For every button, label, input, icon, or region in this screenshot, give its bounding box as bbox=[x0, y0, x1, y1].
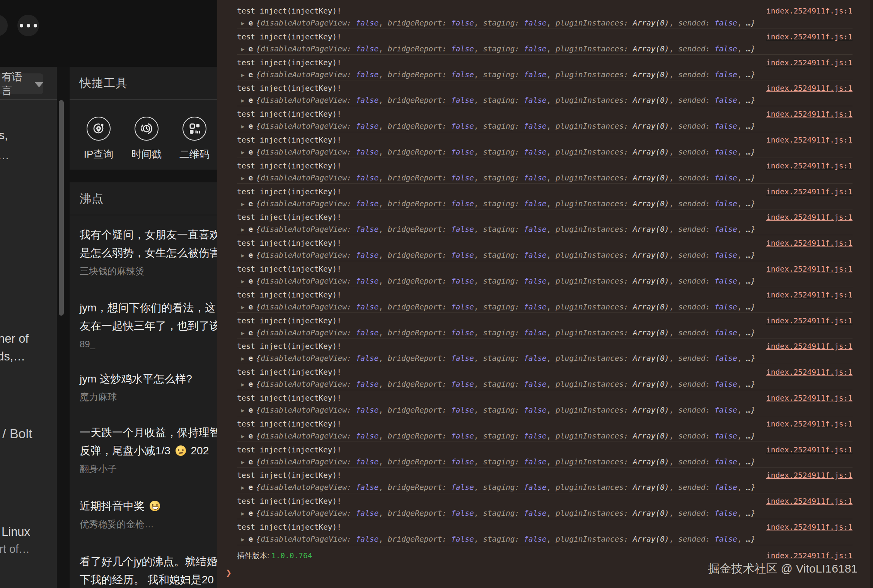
token-sep: , bbox=[379, 122, 387, 131]
source-link[interactable]: index.2524911f.js:1 bbox=[766, 418, 853, 430]
tool-ip-lookup[interactable]: IP查询 bbox=[75, 117, 123, 161]
source-link[interactable]: index.2524911f.js:1 bbox=[766, 57, 853, 69]
expand-triangle-icon[interactable]: ▶ bbox=[241, 379, 244, 391]
source-link[interactable]: index.2524911f.js:1 bbox=[766, 392, 853, 404]
source-link[interactable]: index.2524911f.js:1 bbox=[766, 211, 853, 223]
token-bool: false bbox=[524, 406, 547, 415]
expand-triangle-icon[interactable]: ▶ bbox=[241, 327, 244, 339]
article-title-fragment[interactable]: … bbox=[0, 149, 9, 162]
pin-post-title-line: 是怎么弱势，女生怎么被伤害 bbox=[80, 244, 217, 262]
pin-post-author[interactable]: 89_ bbox=[80, 335, 217, 353]
object-name: e bbox=[248, 199, 253, 208]
source-link[interactable]: index.2524911f.js:1 bbox=[766, 521, 853, 533]
pin-post[interactable]: jym，想问下你们的看法，这友在一起快三年了，也到了该89_ bbox=[80, 299, 217, 353]
token-val: Array(0) bbox=[633, 199, 669, 208]
source-link[interactable]: index.2524911f.js:1 bbox=[766, 237, 853, 249]
more-button[interactable] bbox=[17, 15, 39, 36]
expand-triangle-icon[interactable]: ▶ bbox=[241, 404, 244, 416]
object-name: e bbox=[248, 406, 253, 415]
expand-triangle-icon[interactable]: ▶ bbox=[241, 456, 244, 468]
token-brace: { bbox=[256, 354, 261, 363]
source-link[interactable]: index.2524911f.js:1 bbox=[766, 340, 853, 352]
expand-triangle-icon[interactable]: ▶ bbox=[241, 17, 244, 29]
tool-timestamp[interactable]: 时间戳 bbox=[123, 117, 171, 161]
token-sep: , bbox=[547, 354, 556, 363]
pin-post-author[interactable]: 魔力麻球 bbox=[80, 388, 217, 406]
source-link[interactable]: index.2524911f.js:1 bbox=[766, 108, 853, 120]
token-sep: , bbox=[669, 535, 678, 544]
pin-post[interactable]: 近期抖音中奖 优秀稳妥的金枪… bbox=[80, 497, 217, 533]
article-title-fragment[interactable]: s, bbox=[0, 129, 8, 142]
location-pin-icon bbox=[87, 117, 111, 141]
pin-post-author[interactable]: 三块钱的麻辣烫 bbox=[80, 262, 217, 280]
token-sep: , bbox=[737, 199, 746, 208]
object-preview: {disableAutoPageView: false, bridgeRepor… bbox=[256, 225, 755, 234]
source-link[interactable]: index.2524911f.js:1 bbox=[766, 82, 853, 94]
pin-post[interactable]: jym 这炒鸡水平怎么样?魔力麻球 bbox=[80, 370, 217, 406]
token-sep: , bbox=[379, 277, 387, 286]
expand-triangle-icon[interactable]: ▶ bbox=[241, 198, 244, 210]
token-bool: false bbox=[524, 277, 547, 286]
source-link[interactable]: index.2524911f.js:1 bbox=[766, 444, 853, 456]
object-name: e bbox=[248, 457, 253, 466]
expand-triangle-icon[interactable]: ▶ bbox=[241, 224, 244, 236]
pin-post[interactable]: 看了好几个jy的沸点。就结婚下我的经历。 我和媳妇是20 bbox=[80, 552, 217, 588]
expand-triangle-icon[interactable]: ▶ bbox=[241, 482, 244, 494]
source-link[interactable]: index.2524911f.js:1 bbox=[766, 263, 853, 275]
pin-post-author[interactable]: 翻身小子 bbox=[80, 460, 217, 478]
console-prompt-chevron[interactable]: ❯ bbox=[226, 567, 232, 578]
expand-triangle-icon[interactable]: ▶ bbox=[241, 172, 244, 184]
source-link[interactable]: index.2524911f.js:1 bbox=[766, 134, 853, 146]
expand-triangle-icon[interactable]: ▶ bbox=[241, 353, 244, 365]
token-bool: false bbox=[524, 96, 547, 105]
pin-post[interactable]: 我有个疑问，女朋友一直喜欢是怎么弱势，女生怎么被伤害三块钱的麻辣烫 bbox=[80, 226, 217, 280]
tool-label: 二维码 bbox=[179, 148, 210, 161]
source-link[interactable]: index.2524911f.js:1 bbox=[766, 469, 853, 481]
object-preview: {disableAutoPageView: false, bridgeRepor… bbox=[256, 173, 755, 182]
token-sep: , bbox=[379, 96, 387, 105]
header-circle-button[interactable] bbox=[0, 15, 8, 36]
source-link[interactable]: index.2524911f.js:1 bbox=[766, 550, 853, 562]
token-bool: false bbox=[356, 457, 379, 466]
article-title-fragment[interactable]: / Bolt bbox=[2, 426, 32, 441]
expand-triangle-icon[interactable]: ▶ bbox=[241, 95, 244, 107]
page-header bbox=[0, 0, 217, 67]
token-bool: false bbox=[524, 509, 547, 518]
source-link[interactable]: index.2524911f.js:1 bbox=[766, 289, 853, 301]
expand-triangle-icon[interactable]: ▶ bbox=[241, 250, 244, 262]
pin-post[interactable]: 一天跌一个月收益，保持理智反弹，尾盘小减1/3 202翻身小子 bbox=[80, 423, 217, 478]
token-sep: , bbox=[474, 19, 483, 27]
article-title-fragment[interactable]: art of… bbox=[0, 543, 30, 556]
page-scrollbar-thumb[interactable] bbox=[59, 100, 64, 316]
expand-triangle-icon[interactable]: ▶ bbox=[241, 275, 244, 287]
expand-triangle-icon[interactable]: ▶ bbox=[241, 146, 244, 158]
token-key: staging: bbox=[483, 457, 524, 466]
expand-triangle-icon[interactable]: ▶ bbox=[241, 69, 244, 81]
expand-triangle-icon[interactable]: ▶ bbox=[241, 534, 244, 546]
source-link[interactable]: index.2524911f.js:1 bbox=[766, 315, 853, 327]
tool-qr-code[interactable]: 二维码 bbox=[171, 117, 217, 161]
expand-triangle-icon[interactable]: ▶ bbox=[241, 301, 244, 313]
log-message: test inject(injectKey)! bbox=[237, 495, 341, 507]
expand-triangle-icon[interactable]: ▶ bbox=[241, 508, 244, 520]
token-brace: …} bbox=[746, 432, 755, 440]
source-link[interactable]: index.2524911f.js:1 bbox=[766, 495, 853, 507]
language-dropdown[interactable]: 有语言 bbox=[0, 73, 43, 94]
expand-triangle-icon[interactable]: ▶ bbox=[241, 430, 244, 442]
token-sep: , bbox=[669, 509, 678, 518]
token-val: Array(0) bbox=[633, 44, 669, 53]
source-link[interactable]: index.2524911f.js:1 bbox=[766, 160, 853, 172]
pin-post-author[interactable]: 优秀稳妥的金枪… bbox=[80, 515, 217, 533]
source-link[interactable]: index.2524911f.js:1 bbox=[766, 186, 853, 198]
article-title-fragment[interactable]: iner of bbox=[0, 332, 29, 346]
expand-triangle-icon[interactable]: ▶ bbox=[241, 121, 244, 133]
object-name: e bbox=[248, 19, 253, 27]
source-link[interactable]: index.2524911f.js:1 bbox=[766, 366, 853, 378]
article-title-fragment[interactable]: Linux bbox=[2, 525, 30, 539]
source-link[interactable]: index.2524911f.js:1 bbox=[766, 31, 853, 43]
article-title-fragment[interactable]: lds,… bbox=[0, 350, 25, 364]
expand-triangle-icon[interactable]: ▶ bbox=[241, 43, 244, 55]
token-sep: , bbox=[474, 44, 483, 53]
source-link[interactable]: index.2524911f.js:1 bbox=[766, 5, 853, 17]
juejin-page: 有语言 s,…iner oflds,…/ BoltLinuxart of… 快捷… bbox=[0, 0, 217, 588]
